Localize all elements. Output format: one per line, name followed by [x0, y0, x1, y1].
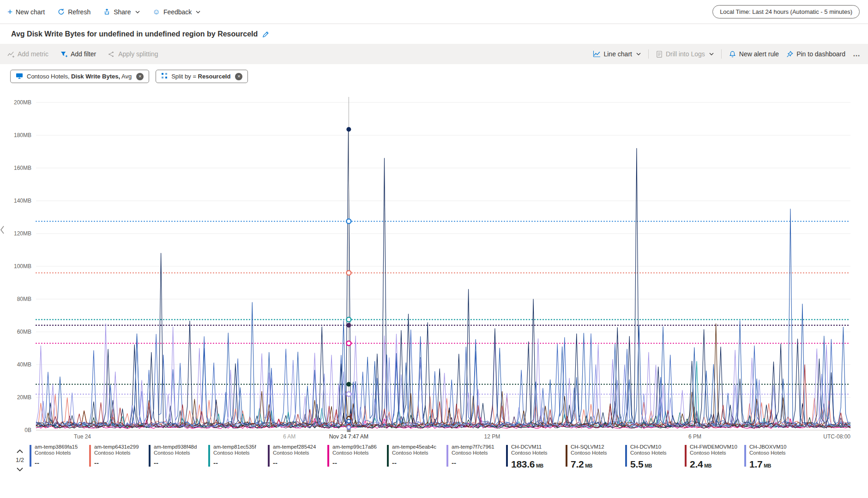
legend-color-bar	[566, 445, 567, 467]
refresh-button[interactable]: Refresh	[58, 8, 90, 16]
crosshair-dot	[346, 270, 351, 275]
legend-item-am-temp3869fa15[interactable]: am-temp3869fa15Contoso Hotels--	[30, 444, 89, 470]
metric-pill[interactable]: Contoso Hotels, Disk Write Bytes, Avg ×	[10, 70, 149, 83]
legend-item-am-temp6431e299[interactable]: am-temp6431e299Contoso Hotels--	[89, 444, 149, 470]
legend-series-scope: Contoso Hotels	[332, 450, 377, 456]
new-alert-rule-button[interactable]: New alert rule	[729, 50, 779, 58]
legend-series-value: --	[332, 459, 377, 467]
series-line-CH-SQLVM12	[36, 324, 850, 427]
legend-series-scope: Contoso Hotels	[273, 450, 316, 456]
legend-series-scope: Contoso Hotels	[213, 450, 256, 456]
legend-series-value: --	[94, 459, 139, 467]
legend-series-scope: Contoso Hotels	[35, 450, 78, 456]
add-metric-icon	[7, 51, 14, 58]
legend-series-name: CH-SQLVM12	[571, 444, 607, 450]
chart-legend: 1/2 am-temp3869fa15Contoso Hotels--am-te…	[0, 442, 868, 473]
crosshair-dot	[347, 419, 350, 423]
chart-type-dropdown[interactable]: Line chart	[593, 50, 640, 58]
crosshair-dot	[347, 426, 350, 429]
filter-pills-row: Contoso Hotels, Disk Write Bytes, Avg × …	[0, 64, 868, 87]
metrics-chart[interactable]: 200MB180MB160MB140MB120MB100MB80MB60MB40…	[0, 87, 864, 442]
legend-item-am-tempe45eab4c[interactable]: am-tempe45eab4cContoso Hotels--	[387, 444, 446, 470]
legend-series-name: am-temp3869fa15	[35, 444, 78, 450]
share-label: Share	[114, 8, 131, 16]
legend-series-scope: Contoso Hotels	[571, 450, 607, 456]
legend-series-value: --	[35, 459, 78, 467]
legend-color-bar	[506, 445, 508, 467]
feedback-button[interactable]: ☺ Feedback	[153, 8, 201, 16]
legend-series-name: CH-DCVM10	[630, 444, 667, 450]
legend-series-name: am-temp6431e299	[94, 444, 139, 450]
legend-series-name: am-temp81ec535f	[213, 444, 256, 450]
chart-area: 200MB180MB160MB140MB120MB100MB80MB60MB40…	[0, 87, 868, 442]
legend-item-am-tempd938f48d[interactable]: am-tempd938f48dContoso Hotels--	[149, 444, 208, 470]
legend-series-name: CH-DCVM11	[511, 444, 548, 450]
y-axis-label: 0B	[24, 427, 31, 433]
edit-title-button[interactable]	[262, 31, 269, 38]
legend-item-CH-DCVM10[interactable]: CH-DCVM10Contoso Hotels5.5MB	[625, 444, 685, 470]
plus-icon: +	[7, 7, 12, 16]
close-icon[interactable]: ×	[235, 73, 242, 80]
chevron-down-icon	[636, 53, 641, 55]
time-range-picker[interactable]: Local Time: Last 24 hours (Automatic - 5…	[712, 5, 860, 18]
legend-pager: 1/2	[10, 447, 30, 473]
legend-color-bar	[30, 445, 31, 467]
legend-page-up-button[interactable]	[17, 447, 23, 455]
crosshair-dot	[346, 341, 351, 346]
collapse-panel-chevron-icon[interactable]	[0, 225, 5, 236]
chevron-down-icon	[135, 11, 140, 13]
close-icon[interactable]: ×	[136, 73, 144, 80]
drill-into-logs-dropdown[interactable]: Drill into Logs	[656, 50, 714, 58]
y-axis-label: 120MB	[14, 230, 31, 237]
legend-color-bar	[387, 445, 389, 467]
new-alert-rule-label: New alert rule	[739, 50, 779, 58]
legend-page-down-button[interactable]	[17, 465, 23, 473]
series-line-am-temp3869fa15	[36, 330, 850, 427]
legend-item-CH-FWDEMOVM10[interactable]: CH-FWDEMOVM10Contoso Hotels2.4MB	[685, 444, 744, 470]
legend-item-CH-SQLVM12[interactable]: CH-SQLVM12Contoso Hotels7.2MB	[566, 444, 625, 470]
split-pill[interactable]: Split by = ResourceId ×	[156, 70, 248, 83]
crosshair-dot	[346, 317, 351, 322]
more-options-button[interactable]: …	[853, 50, 861, 58]
pin-to-dashboard-button[interactable]: Pin to dashboard	[786, 50, 845, 58]
legend-color-bar	[89, 445, 91, 467]
pin-to-dashboard-label: Pin to dashboard	[796, 50, 845, 58]
legend-item-am-temp99c17a86[interactable]: am-temp99c17a86Contoso Hotels--	[327, 444, 387, 470]
legend-series-name: am-temp99c17a86	[332, 444, 377, 450]
legend-color-bar	[327, 445, 329, 467]
y-axis-label: 160MB	[14, 165, 31, 171]
alert-bell-icon	[729, 51, 736, 58]
x-axis-label: 6 PM	[688, 433, 701, 440]
top-command-bar: + New chart Refresh Share ☺ Fee	[0, 0, 868, 24]
legend-color-bar	[149, 445, 151, 467]
split-pill-text: Split by = ResourceId	[171, 73, 230, 80]
legend-item-CH-JBOXVM10[interactable]: CH-JBOXVM10Contoso Hotels1.7MB	[744, 444, 804, 470]
legend-item-am-tempef285424[interactable]: am-tempef285424Contoso Hotels--	[268, 444, 327, 470]
ellipsis-icon: …	[853, 50, 861, 58]
chevron-down-icon	[709, 53, 714, 55]
line-chart-icon	[593, 51, 600, 57]
add-filter-button[interactable]: Add filter	[60, 50, 96, 58]
apply-splitting-button[interactable]: Apply splitting	[108, 50, 158, 58]
add-metric-button[interactable]: Add metric	[7, 50, 48, 58]
legend-item-am-temp7f7c7961[interactable]: am-temp7f7c7961Contoso Hotels--	[446, 444, 506, 470]
chart-type-label: Line chart	[603, 50, 632, 58]
legend-series-value: --	[452, 459, 494, 467]
apply-splitting-icon	[108, 51, 115, 58]
share-button[interactable]: Share	[103, 8, 139, 16]
drill-into-logs-label: Drill into Logs	[666, 50, 705, 58]
legend-series-name: am-tempef285424	[273, 444, 316, 450]
logs-document-icon	[656, 51, 663, 58]
refresh-icon	[58, 8, 65, 15]
legend-item-CH-DCVM11[interactable]: CH-DCVM11Contoso Hotels183.6MB	[506, 444, 566, 470]
legend-series-scope: Contoso Hotels	[630, 450, 667, 456]
legend-series-value: --	[154, 459, 197, 467]
new-chart-button[interactable]: + New chart	[7, 7, 45, 16]
legend-item-am-temp81ec535f[interactable]: am-temp81ec535fContoso Hotels--	[208, 444, 268, 470]
legend-items: am-temp3869fa15Contoso Hotels--am-temp64…	[30, 444, 868, 470]
x-axis-label: UTC-08:00	[823, 433, 850, 440]
y-axis-label: 20MB	[17, 394, 31, 401]
x-axis-label: 12 PM	[484, 433, 500, 440]
page-title: Avg Disk Write Bytes for undefined in un…	[11, 30, 258, 38]
chevron-up-icon	[17, 450, 23, 453]
